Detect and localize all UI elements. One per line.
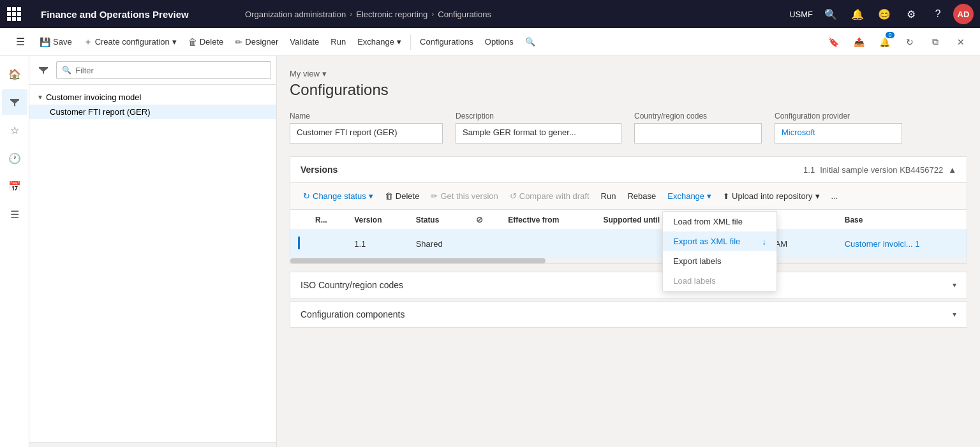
iso-section-header[interactable]: ISO Country/region codes ▾ xyxy=(290,272,967,298)
form-fields: Name Customer FTI report (GER) Descripti… xyxy=(290,112,967,143)
export-labels-item[interactable]: Export labels xyxy=(663,251,776,271)
version-run-button[interactable]: Run xyxy=(596,188,621,204)
breadcrumb-configs[interactable]: Configurations xyxy=(438,10,491,19)
row-version: 1.1 xyxy=(346,230,408,258)
scroll-thumb[interactable] xyxy=(290,258,546,263)
breadcrumb-sep-1: › xyxy=(350,10,352,18)
table-filter-icon[interactable]: ⊘ xyxy=(476,215,483,224)
sidebar-star-icon[interactable]: ☆ xyxy=(2,117,27,143)
bookmark-button[interactable]: 🔖 xyxy=(822,31,845,54)
rebase-button[interactable]: Rebase xyxy=(622,188,661,204)
breadcrumb: Organization administration › Electronic… xyxy=(239,10,789,19)
sidebar-clock-icon[interactable]: 🕐 xyxy=(2,145,27,171)
sidebar-filter-icon[interactable] xyxy=(2,89,27,115)
tree-chevron-icon: ▼ xyxy=(37,94,43,101)
delete-icon: 🗑 xyxy=(188,37,197,47)
apps-menu-button[interactable] xyxy=(0,0,28,28)
validate-button[interactable]: Validate xyxy=(285,33,324,50)
top-nav-right: USMF 🔍 🔔 😊 ⚙ ? AD xyxy=(789,3,980,26)
right-scrollbar[interactable] xyxy=(972,0,980,447)
tree-toolbar: 🔍 xyxy=(29,56,276,85)
more-actions-button[interactable]: ... xyxy=(826,188,843,204)
save-icon: 💾 xyxy=(40,37,50,47)
my-view-selector[interactable]: My view ▾ xyxy=(290,69,967,78)
config-components-section: Configuration components ▾ xyxy=(290,301,967,328)
cmd-search-button[interactable]: 🔍 xyxy=(520,33,540,50)
table-row[interactable]: 1.1 Shared 7/31/2018 5:51:01 AM Customer… xyxy=(290,230,967,258)
notifications-button[interactable]: 🔔 xyxy=(846,3,869,26)
cmd-bar-actions: 🔖 📤 🔔0 ↻ ⧉ ✕ xyxy=(822,31,972,54)
help-button[interactable]: ? xyxy=(926,3,949,26)
change-status-button[interactable]: ↻ Change status ▾ xyxy=(298,188,378,204)
row-filter-cell xyxy=(468,230,500,258)
sidebar-home-icon[interactable]: 🏠 xyxy=(2,61,27,87)
tree-parent-item[interactable]: ▼ Customer invoicing model xyxy=(29,90,276,105)
my-view-chevron: ▾ xyxy=(322,69,327,78)
hamburger-menu-button[interactable]: ☰ xyxy=(8,29,33,55)
exchange-dropdown-icon: ▾ xyxy=(397,37,401,47)
row-base: Customer invoici... 1 xyxy=(837,230,967,258)
options-button[interactable]: Options xyxy=(480,33,519,50)
versions-collapse-icon: ▲ xyxy=(948,165,956,175)
search-nav-button[interactable]: 🔍 xyxy=(819,3,842,26)
breadcrumb-er[interactable]: Electronic reporting xyxy=(356,10,427,19)
notification-badge-button[interactable]: 🔔0 xyxy=(873,31,896,54)
settings-button[interactable]: ⚙ xyxy=(900,3,923,26)
versions-section: Versions 1.1 Initial sample version KB44… xyxy=(290,156,967,264)
col-status[interactable]: Status xyxy=(408,210,468,230)
save-button[interactable]: 💾 Save xyxy=(34,33,77,51)
versions-header[interactable]: Versions 1.1 Initial sample version KB44… xyxy=(290,157,967,183)
row-effective-from xyxy=(500,230,595,258)
filter-input[interactable] xyxy=(75,66,265,75)
col-effective-from[interactable]: Effective from xyxy=(500,210,595,230)
feedback-button[interactable]: 😊 xyxy=(873,3,896,26)
sidebar-list-icon[interactable]: ☰ xyxy=(2,202,27,227)
tree-parent-label: Customer invoicing model xyxy=(46,92,142,102)
name-input[interactable]: Customer FTI report (GER) xyxy=(290,123,443,143)
version-desc: Initial sample version KB4456722 xyxy=(820,165,943,175)
load-labels-item[interactable]: Load labels xyxy=(663,271,776,291)
upload-chevron: ▾ xyxy=(815,191,820,201)
exchange-button[interactable]: Exchange ▾ xyxy=(352,33,406,50)
send-button[interactable]: 📤 xyxy=(847,31,870,54)
breadcrumb-org[interactable]: Organization administration xyxy=(245,10,346,19)
horizontal-scrollbar[interactable] xyxy=(290,258,967,263)
provider-field: Configuration provider Microsoft xyxy=(775,112,902,143)
designer-button[interactable]: ✏ Designer xyxy=(230,33,283,51)
provider-input[interactable]: Microsoft xyxy=(775,123,902,143)
versions-table: R... Version Status ⊘ Effective from Sup… xyxy=(290,210,967,258)
sidebar-calendar-icon[interactable]: 📅 xyxy=(2,173,27,199)
description-input[interactable]: Sample GER format to gener... xyxy=(456,123,621,143)
col-indicator xyxy=(290,210,308,230)
create-config-button[interactable]: ＋ Create configuration ▾ xyxy=(78,33,182,52)
base-link[interactable]: Customer invoici... 1 xyxy=(845,239,920,249)
tree-filter-button[interactable] xyxy=(34,61,52,79)
export-as-xml-item[interactable]: Export as XML file ↓ xyxy=(663,231,776,251)
load-from-xml-item[interactable]: Load from XML file xyxy=(663,212,776,231)
avatar[interactable]: AD xyxy=(953,4,974,24)
open-new-button[interactable]: ⧉ xyxy=(924,31,947,54)
version-delete-button[interactable]: 🗑 Delete xyxy=(380,188,425,204)
row-r xyxy=(308,230,346,258)
refresh-button[interactable]: ↻ xyxy=(898,31,921,54)
iso-section: ISO Country/region codes ▾ xyxy=(290,272,967,298)
compare-button[interactable]: ↺ Compare with draft xyxy=(505,188,595,204)
col-base[interactable]: Base xyxy=(837,210,967,230)
change-status-chevron: ▾ xyxy=(369,191,373,201)
run-button[interactable]: Run xyxy=(325,33,351,50)
col-version[interactable]: Version xyxy=(346,210,408,230)
tree-content: ▼ Customer invoicing model Customer FTI … xyxy=(29,85,276,442)
country-input[interactable] xyxy=(634,123,762,143)
upload-button[interactable]: ⬆ Upload into repository ▾ xyxy=(718,188,824,204)
tree-child-item[interactable]: Customer FTI report (GER) xyxy=(29,105,276,119)
get-version-button[interactable]: ✏ Get this version xyxy=(426,188,503,204)
breadcrumb-sep-2: › xyxy=(431,10,434,18)
close-button[interactable]: ✕ xyxy=(949,31,972,54)
version-exchange-button[interactable]: Exchange ▾ xyxy=(662,188,716,204)
upload-icon: ⬆ xyxy=(723,192,729,201)
configurations-button[interactable]: Configurations xyxy=(415,33,479,50)
config-components-header[interactable]: Configuration components ▾ xyxy=(290,302,967,327)
col-r[interactable]: R... xyxy=(308,210,346,230)
designer-icon: ✏ xyxy=(235,37,242,47)
delete-button[interactable]: 🗑 Delete xyxy=(183,33,229,51)
